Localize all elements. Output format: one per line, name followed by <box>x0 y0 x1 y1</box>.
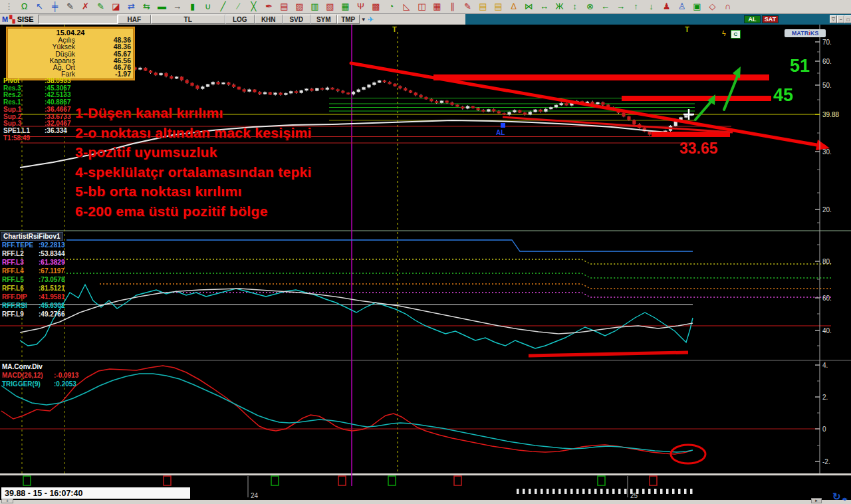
tick-dash <box>624 489 627 494</box>
tick-dash <box>535 489 537 494</box>
candlestick <box>237 87 241 90</box>
candlestick <box>404 88 407 90</box>
candlestick <box>253 90 256 92</box>
resistance-zone-bar <box>652 132 730 137</box>
pin-icon[interactable]: ϟ <box>722 29 726 37</box>
annotation-line: 2-o noktası altından mack kesişimi <box>75 123 312 143</box>
refresh-icon[interactable]: ↻ <box>832 491 841 503</box>
support-label-3365: 33.65 <box>679 140 718 158</box>
candlestick <box>477 108 480 110</box>
candlestick <box>217 82 220 84</box>
candlestick <box>227 82 230 84</box>
candlestick <box>378 80 381 82</box>
brand-pre: MATR <box>792 30 808 37</box>
axis-label: 70. <box>822 39 832 46</box>
candlestick <box>523 112 527 114</box>
tick-dash <box>564 489 567 494</box>
candlestick <box>398 86 402 88</box>
candlestick <box>279 93 283 95</box>
legend-row: RFF.RSI:45.6301 <box>2 301 64 310</box>
annotation-line: 6-200 ema üstü pozitif bölge <box>75 201 312 221</box>
tick-dash <box>529 489 531 494</box>
zoom-plus-button[interactable]: + <box>1 499 13 503</box>
year-label: 24 <box>251 492 259 499</box>
rsi-panel-title[interactable]: ChartistRsiFibov1 <box>1 232 63 241</box>
candlestick <box>601 102 604 105</box>
candlestick <box>211 82 215 84</box>
candlestick <box>258 92 261 94</box>
candlestick <box>622 113 626 116</box>
tick-dash <box>678 489 681 494</box>
scroll-right-button[interactable]: ▸ <box>811 498 822 503</box>
candlestick <box>534 110 537 112</box>
candlestick <box>674 122 677 126</box>
candlestick <box>185 80 189 83</box>
legend-row: RFF.DIP:41.9581 <box>2 293 64 301</box>
c-badge[interactable]: C <box>731 30 741 39</box>
candlestick <box>263 92 267 94</box>
t-marker-right: T <box>685 25 689 33</box>
tick-dash <box>558 489 561 494</box>
tick-dash <box>654 489 657 494</box>
al-signal-marker <box>501 123 505 128</box>
matriks-brand-logo: MATRiKS <box>785 29 826 37</box>
axis-label: 40. <box>822 327 832 334</box>
candlestick <box>445 101 449 103</box>
axis-label: 30. <box>822 148 832 156</box>
axis-label: 39.88 <box>822 111 839 118</box>
window-shade-button[interactable]: ▽ <box>830 15 837 23</box>
legend-row: Sup.1:36.4667 <box>3 106 70 114</box>
axis-label: 20. <box>822 206 832 213</box>
target-label-45: 45 <box>773 85 793 106</box>
candlestick <box>144 68 147 70</box>
tick-dash <box>672 489 675 494</box>
candlestick <box>341 91 344 92</box>
macd-panel-title[interactable]: MA.Conv.Div <box>2 363 43 370</box>
candlestick <box>429 99 433 101</box>
tick-dash <box>666 489 669 494</box>
bottom-scrollbar[interactable] <box>0 500 851 504</box>
candlestick <box>138 68 142 69</box>
annotation-line: 1-Düşen kanal kırılımı <box>75 103 312 123</box>
tick-dash <box>606 489 609 494</box>
candlestick <box>394 84 397 86</box>
candlestick <box>518 110 521 112</box>
legend-row: MACD(26,12):-0.0913 <box>2 371 78 380</box>
year-label: 25 <box>630 492 638 499</box>
tick-dash <box>594 489 597 494</box>
tick-dash <box>618 489 621 494</box>
candlestick <box>191 83 194 86</box>
candlestick <box>648 132 652 135</box>
tick-dash <box>690 489 693 494</box>
candlestick <box>487 109 490 111</box>
minimize-button[interactable]: − <box>837 15 844 23</box>
candlestick <box>315 88 318 91</box>
candlestick <box>180 77 183 80</box>
panel-splitter[interactable] <box>0 473 851 475</box>
pager-icon[interactable]: ◂▸ <box>842 495 848 502</box>
legend-row: RFF.L5:73.0578 <box>2 275 64 284</box>
rsi-panel-legend: RFF.TEPE:92.2813RFF.L2:53.8344RFF.L3:61.… <box>2 241 64 318</box>
candlestick <box>195 86 199 89</box>
annotation-line: 4-speklülatçr ortalamasından tepki <box>75 162 312 182</box>
candlestick <box>383 80 386 82</box>
tick-dash <box>570 489 573 494</box>
candlestick <box>274 93 277 95</box>
ohlc-info-box: 15.04.24 Açılış48.36Yüksek48.36Düşük45.6… <box>6 27 135 80</box>
chart-background[interactable] <box>0 25 851 473</box>
candlestick <box>539 110 543 112</box>
tick-dash <box>612 489 615 494</box>
buy-button[interactable]: AL <box>744 15 761 23</box>
candlestick <box>372 82 376 84</box>
legend-row: RFF.L4:67.1197 <box>2 267 64 275</box>
tick-dash <box>648 489 651 494</box>
tick-dash <box>684 489 687 494</box>
maximize-button[interactable]: □ <box>844 15 851 23</box>
macd-panel-legend: MACD(26,12):-0.0913TRIGGER(9):0.2053 <box>2 371 78 388</box>
tick-dash <box>541 489 543 494</box>
sell-button[interactable]: SAT <box>762 15 779 23</box>
legend-row: RFF.L6:81.5121 <box>2 284 64 293</box>
candlestick <box>326 88 329 90</box>
candlestick <box>451 102 454 104</box>
candlestick <box>310 89 313 91</box>
